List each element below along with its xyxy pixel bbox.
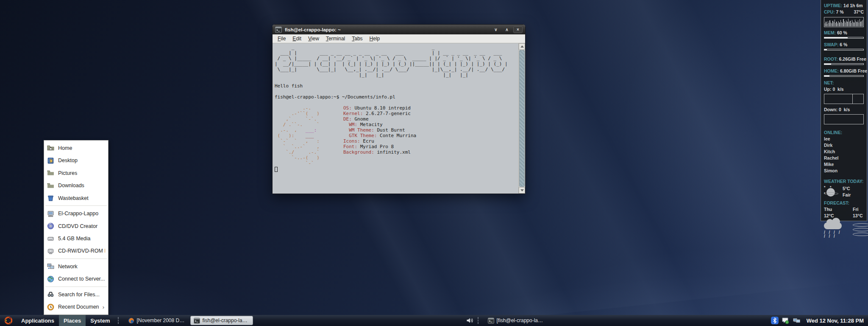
ubuntu-logo-icon[interactable] <box>4 316 13 325</box>
places-item-recent-documents[interactable]: Recent Documents› <box>45 301 108 313</box>
minimize-button[interactable]: ∨ <box>491 26 501 33</box>
forecast-day: Thu12°C/ / / // / / <box>824 206 842 238</box>
network-monitor-icon[interactable] <box>791 316 802 325</box>
info-line: WM Theme: Dust Burnt <box>343 127 416 133</box>
fog-icon <box>853 223 868 236</box>
places-item-label: Connect to Server... <box>58 276 105 282</box>
places-item-el-crappo-lappo[interactable]: El-Crappo-Lappo <box>45 207 108 219</box>
places-item-5-4-gb-media[interactable]: 5.4 GB Media <box>45 232 108 244</box>
scroll-down-button[interactable] <box>519 187 525 194</box>
terminal-content[interactable]: _ _ ___| | ___ _ __ __ _ _ __ _ __ ___ |… <box>273 43 525 194</box>
prompt-line: fish@el-crappo-lappo:~$ ~/Documents/info… <box>275 94 517 100</box>
mem-bar <box>824 37 864 39</box>
mem-row: MEM: 60 % <box>824 30 864 36</box>
panel-handle[interactable] <box>118 317 120 324</box>
fair-night-icon: * * * <box>824 185 838 198</box>
computer-icon <box>47 210 54 217</box>
places-item-label: Downloads <box>58 183 105 188</box>
net-down-row: Down: 0 k/s <box>824 107 864 113</box>
places-item-label: Network <box>58 264 105 270</box>
globe-icon <box>47 275 54 283</box>
places-item-cd-rw-dvd-rom-drive[interactable]: CD-RW/DVD-ROM Drive <box>45 245 108 257</box>
menu-separator <box>45 205 107 206</box>
menu-tabs[interactable]: Tabs <box>348 35 366 42</box>
net-up-row: Up: 0 k/s <box>824 86 864 93</box>
buddy-name: Dirk <box>824 142 864 149</box>
places-item-desktop[interactable]: Desktop <box>45 154 108 166</box>
scroll-up-button[interactable] <box>519 43 525 50</box>
root-row: ROOT: 6.26GiB Free <box>824 56 864 62</box>
info-line: Font: Myriad Pro 8 <box>343 144 416 149</box>
clock[interactable]: Wed 12 Nov, 11:28 PM <box>807 318 864 324</box>
buddy-name: Mike <box>824 161 864 168</box>
task-label: fish@el-crappo-lappo: ~ <box>202 318 250 323</box>
taskbar-menu-applications[interactable]: Applications <box>17 315 59 326</box>
media-icon <box>47 235 54 242</box>
places-item-label: 5.4 GB Media <box>58 236 105 242</box>
taskbar-menu-places[interactable]: Places <box>59 315 86 326</box>
forecast: Thu12°C/ / / // / /Fri13°C <box>824 206 864 238</box>
terminal-menubar: FileEditViewTerminalTabsHelp <box>273 34 525 43</box>
search-icon <box>47 291 54 298</box>
info-line: Background: infinity.xml <box>343 149 416 155</box>
menu-terminal[interactable]: Terminal <box>323 35 348 42</box>
network-icon <box>47 263 54 270</box>
close-button[interactable]: × <box>513 26 523 33</box>
menu-help[interactable]: Help <box>366 35 384 42</box>
places-item-network[interactable]: Network <box>45 260 108 273</box>
menu-separator <box>45 287 107 287</box>
firefox-icon <box>128 318 134 324</box>
task-button-minimized[interactable]: [fish@el-crappo-lapp... <box>485 316 548 325</box>
net-up-graph <box>824 94 864 104</box>
swap-bar <box>824 49 864 51</box>
info-line: GTK Theme: Conte Murrina <box>343 133 416 138</box>
places-item-wastebasket[interactable]: Wastebasket <box>45 192 108 204</box>
places-item-label: El-Crappo-Lappo <box>58 211 105 216</box>
places-item-pictures[interactable]: Pictures <box>45 167 108 179</box>
buddy-name: Rachel <box>824 155 864 161</box>
menu-view[interactable]: View <box>305 35 323 42</box>
system-monitor-panel: UPTIME: 1d 1h 6m CPU: 7 %37°C MEM: 60 % … <box>821 0 867 221</box>
task-button-normal[interactable]: [November 2008 Desk... <box>125 316 188 325</box>
messenger-icon[interactable] <box>781 316 790 325</box>
places-item-label: Pictures <box>58 170 105 176</box>
info-line: WM: Metacity <box>343 122 416 127</box>
rain-cloud-icon <box>824 222 842 229</box>
weather-today-label: WEATHER TODAY: <box>824 178 864 185</box>
menu-edit[interactable]: Edit <box>289 35 305 42</box>
panel-handle-2[interactable] <box>478 317 480 324</box>
buddy-name: Kitch <box>824 149 864 155</box>
info-line: Kernel: 2.6.27-7-generic <box>343 111 416 116</box>
window-title: fish@el-crappo-lappo: ~ <box>285 27 491 32</box>
places-item-label: Desktop <box>58 157 105 163</box>
forecast-label: FORECAST: <box>824 200 864 206</box>
taskbar-menu-system[interactable]: System <box>86 315 114 326</box>
terminal-titlebar[interactable]: fish@el-crappo-lappo: ~ ∨∧× <box>273 25 525 34</box>
scrollbar-thumb[interactable] <box>519 50 525 187</box>
menu-separator <box>45 259 107 259</box>
folder-icon <box>47 169 54 177</box>
folder-icon <box>47 182 54 189</box>
swap-row: SWAP: 6 % <box>824 42 864 48</box>
places-item-connect-to-server-[interactable]: Connect to Server... <box>45 273 108 285</box>
maximize-button[interactable]: ∧ <box>502 26 512 33</box>
places-item-label: CD/DVD Creator <box>58 223 105 229</box>
task-label: [November 2008 Desk... <box>136 318 185 323</box>
bluetooth-icon[interactable] <box>770 316 779 325</box>
home-bar <box>824 75 864 77</box>
volume-icon[interactable] <box>465 316 474 325</box>
terminal-icon <box>488 318 494 324</box>
wastebasket-icon <box>47 194 54 202</box>
figlet-banner: _ _ ___| | ___ _ __ __ _ _ __ _ __ ___ |… <box>275 45 517 78</box>
cpu-usage-graph <box>824 17 864 27</box>
weather-now: * * * 5°CFair <box>824 185 864 198</box>
places-item-home[interactable]: Home <box>45 142 108 154</box>
terminal-scrollbar[interactable] <box>518 43 525 194</box>
places-item-search-for-files-[interactable]: Search for Files... <box>45 288 108 301</box>
places-item-label: CD-RW/DVD-ROM Drive <box>58 248 105 254</box>
menu-file[interactable]: File <box>274 35 289 42</box>
desktop-icon <box>47 157 54 164</box>
places-item-downloads[interactable]: Downloads <box>45 179 108 191</box>
places-item-cd-dvd-creator[interactable]: CD/DVD Creator <box>45 220 108 232</box>
task-button-active[interactable]: fish@el-crappo-lappo: ~ <box>190 316 253 325</box>
